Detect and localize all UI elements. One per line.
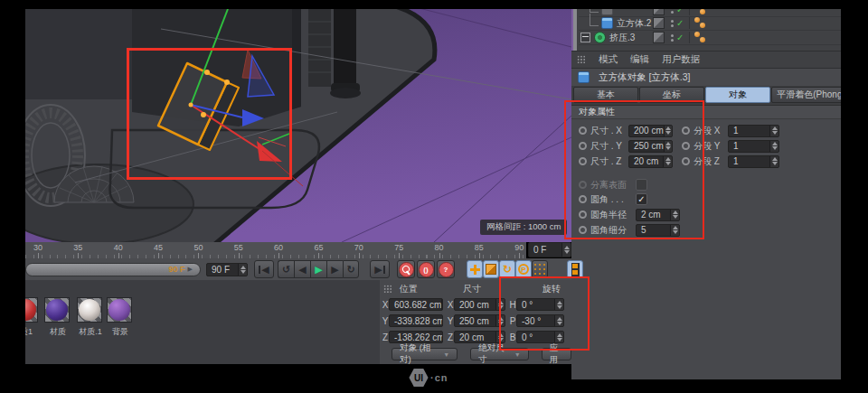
keyframe-help-button[interactable]: ? — [437, 260, 455, 278]
end-frame-field[interactable]: 0 F — [528, 242, 571, 257]
object-row-extrude3[interactable]: 挤压.3 ✓ — [579, 31, 841, 45]
tab-object[interactable]: 对象 — [705, 87, 770, 103]
material-item[interactable]: 背景 — [107, 297, 134, 338]
handle-dot[interactable] — [224, 80, 230, 85]
tab-phong[interactable]: 平滑着色(Phong) — [771, 87, 841, 103]
tab-basic[interactable]: 基本 — [573, 87, 638, 103]
coord-mode-dropdown[interactable]: 对象 (相对)▼ — [392, 348, 458, 360]
next-frame-button[interactable]: ▶ — [326, 260, 343, 278]
keyframe-selection-button[interactable] — [567, 260, 583, 278]
separate-surfaces-checkbox[interactable]: ✓ — [636, 179, 647, 191]
stepper-icon[interactable] — [495, 315, 505, 326]
position-x-field[interactable]: 603.682 cm — [389, 298, 443, 311]
object-manager-scrollbar[interactable] — [571, 9, 577, 51]
animation-dot[interactable] — [579, 195, 587, 203]
record-rotation-button[interactable]: ↻ — [499, 260, 515, 278]
previous-frame-button[interactable]: ◀ — [294, 260, 310, 278]
record-position-button[interactable] — [467, 260, 483, 278]
animation-dot[interactable] — [682, 142, 690, 150]
material-thumbnail[interactable] — [44, 297, 70, 323]
size-z-field[interactable]: 20 cm — [628, 155, 673, 168]
animation-dot[interactable] — [579, 142, 587, 150]
animation-dot[interactable] — [579, 211, 587, 219]
animation-dot[interactable] — [579, 157, 587, 165]
fillet-checkbox[interactable]: ✓ — [636, 193, 647, 205]
record-parameter-button[interactable]: P — [515, 260, 532, 278]
layer-swatch-icon[interactable] — [653, 32, 665, 43]
play-forward-button[interactable]: ↻ — [343, 260, 359, 278]
object-label[interactable]: 立方体.2 — [617, 17, 651, 30]
record-pla-button[interactable] — [532, 260, 548, 278]
timeline-range-slider[interactable]: 90 F ▶ — [25, 263, 201, 276]
tab-coordinates[interactable]: 坐标 — [639, 87, 704, 103]
visibility-dots-icon[interactable] — [671, 9, 674, 14]
position-z-field[interactable]: -138.262 cm — [389, 331, 443, 343]
handle-dot[interactable] — [204, 70, 210, 75]
stepper-icon[interactable] — [664, 126, 673, 136]
fillet-subdivision-field[interactable]: 5 — [636, 224, 680, 237]
panel-grip-icon[interactable] — [383, 285, 392, 294]
section-header-object-properties[interactable]: 对象属性 — [571, 106, 841, 119]
stepper-icon[interactable] — [664, 141, 673, 152]
object-row-cube2[interactable]: 立方体.2 ✓ — [579, 16, 841, 31]
animation-dot[interactable] — [682, 157, 690, 165]
size-x-field[interactable]: 200 cm — [628, 125, 673, 137]
keyframe-dots-icon[interactable] — [689, 9, 716, 15]
stepper-icon[interactable] — [561, 243, 571, 257]
segments-x-field[interactable]: 1 — [728, 125, 779, 137]
stepper-icon[interactable] — [554, 315, 563, 326]
viewport-3d[interactable]: 网格间距 : 1000 cm — [25, 9, 571, 242]
expand-icon[interactable] — [580, 33, 590, 42]
segments-z-field[interactable]: 1 — [728, 155, 779, 168]
size-mode-dropdown[interactable]: 绝对尺寸▼ — [470, 348, 529, 360]
handle-dot[interactable] — [201, 112, 206, 117]
material-thumbnail[interactable] — [107, 297, 132, 323]
stepper-icon[interactable] — [670, 210, 679, 220]
animation-dot[interactable] — [579, 126, 587, 135]
visibility-dots-icon[interactable] — [671, 20, 674, 27]
enabled-check-icon[interactable]: ✓ — [676, 9, 684, 14]
stepper-icon[interactable] — [769, 141, 778, 152]
object-label[interactable]: 挤压.3 — [609, 32, 635, 44]
layer-swatch-icon[interactable] — [653, 17, 665, 29]
autokey-button[interactable]: () — [417, 260, 435, 278]
keyframe-dots-icon[interactable] — [689, 17, 716, 29]
current-frame-field[interactable]: 90 F — [206, 263, 248, 276]
panel-grip-icon[interactable] — [577, 55, 586, 64]
stepper-icon[interactable] — [769, 126, 778, 136]
menu-user-data[interactable]: 用户数据 — [662, 53, 700, 66]
stepper-icon[interactable] — [663, 156, 672, 167]
enabled-check-icon[interactable]: ✓ — [676, 33, 684, 42]
play-button[interactable]: ▶ — [310, 260, 326, 278]
object-manager-panel[interactable]: ✓ 立方体.2 ✓ 挤压.3 — [571, 9, 841, 51]
size-z-field[interactable]: 20 cm — [454, 331, 505, 343]
menu-edit[interactable]: 编辑 — [630, 53, 649, 66]
gizmo-origin[interactable] — [189, 103, 193, 108]
animation-dot[interactable] — [682, 126, 690, 135]
record-keyframe-button[interactable] — [397, 260, 415, 278]
apply-button[interactable]: 应用 — [542, 348, 571, 360]
timeline-ruler[interactable]: 30354045505560657075808590 — [25, 242, 526, 259]
layer-swatch-icon[interactable] — [653, 9, 665, 15]
rotation-p-field[interactable]: -30 ° — [516, 314, 564, 327]
material-thumbnail[interactable] — [77, 297, 102, 323]
stepper-icon[interactable] — [495, 332, 505, 342]
stepper-icon[interactable] — [554, 299, 563, 310]
size-y-field[interactable]: 250 cm — [454, 314, 505, 327]
fillet-radius-field[interactable]: 2 cm — [636, 209, 680, 221]
stepper-icon[interactable] — [238, 264, 247, 276]
position-y-field[interactable]: -339.828 cm — [389, 314, 443, 327]
segments-y-field[interactable]: 1 — [728, 140, 779, 153]
rotation-b-field[interactable]: 0 ° — [516, 331, 564, 343]
animation-dot[interactable] — [579, 226, 587, 234]
stepper-icon[interactable] — [670, 225, 679, 236]
goto-end-button[interactable]: ▶ — [370, 260, 390, 278]
stepper-icon[interactable] — [495, 299, 505, 310]
play-backward-button[interactable]: ↺ — [278, 260, 294, 278]
stepper-icon[interactable] — [769, 156, 778, 167]
material-item[interactable]: 材质 — [44, 297, 71, 338]
size-y-field[interactable]: 250 cm — [628, 140, 673, 153]
keyframe-dots-icon[interactable] — [689, 32, 716, 43]
menu-mode[interactable]: 模式 — [599, 53, 618, 66]
material-item[interactable]: 质1 — [25, 297, 40, 338]
